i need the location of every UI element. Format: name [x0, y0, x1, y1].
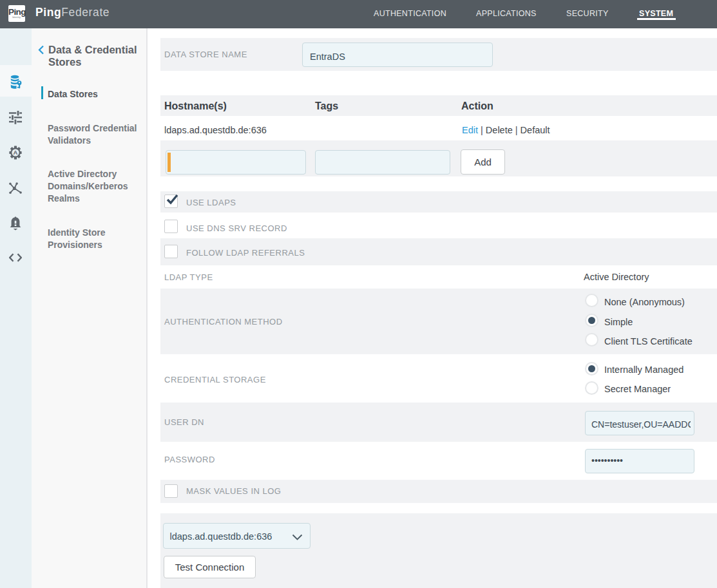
svg-text:A: A: [14, 149, 18, 156]
